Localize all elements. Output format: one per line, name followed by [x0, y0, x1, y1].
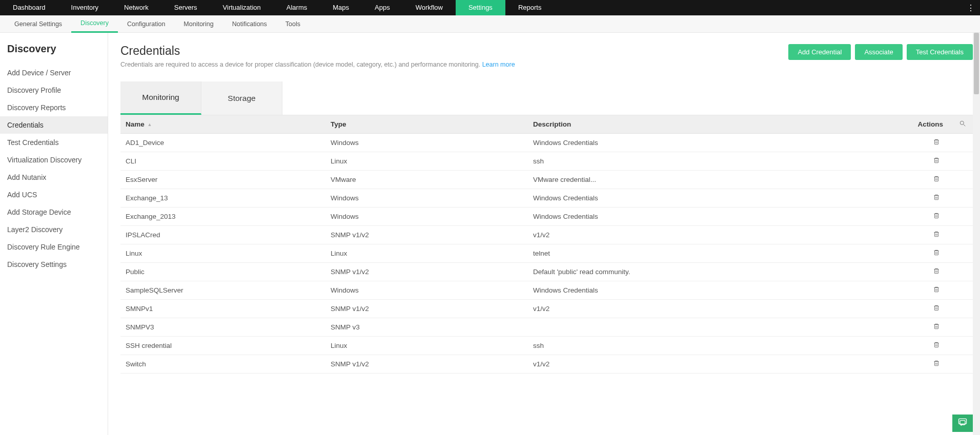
- more-menu-icon[interactable]: ⋮: [962, 3, 980, 13]
- delete-icon[interactable]: [933, 176, 940, 184]
- delete-icon[interactable]: [933, 268, 940, 276]
- body: Discovery Add Device / ServerDiscovery P…: [0, 33, 980, 435]
- nav-reports[interactable]: Reports: [505, 0, 555, 15]
- sidebar-item-test-credentials[interactable]: Test Credentials: [0, 134, 108, 151]
- delete-icon[interactable]: [933, 361, 940, 368]
- cell-type: SNMP v1/v2: [325, 263, 528, 281]
- svg-rect-26: [935, 288, 938, 292]
- delete-icon[interactable]: [933, 324, 940, 332]
- col-type[interactable]: Type: [325, 115, 528, 134]
- table-row[interactable]: SwitchSNMP v1/v2v1/v2: [120, 355, 973, 374]
- nav-alarms[interactable]: Alarms: [274, 0, 320, 15]
- table-row[interactable]: SMNPv1SNMP v1/v2v1/v2: [120, 300, 973, 318]
- cell-actions: [906, 152, 952, 171]
- subnav-configuration[interactable]: Configuration: [118, 15, 174, 33]
- subnav-monitoring[interactable]: Monitoring: [174, 15, 222, 33]
- delete-icon[interactable]: [933, 232, 940, 239]
- cell-type: Linux: [325, 337, 528, 355]
- svg-point-0: [960, 121, 964, 125]
- svg-rect-29: [935, 306, 938, 310]
- cell-type: Windows: [325, 189, 528, 208]
- cell-spacer: [952, 281, 973, 300]
- sidebar-item-discovery-rule-engine[interactable]: Discovery Rule Engine: [0, 238, 108, 256]
- col-actions: Actions: [906, 115, 952, 134]
- associate-button[interactable]: Associate: [855, 44, 902, 60]
- nav-virtualization[interactable]: Virtualization: [210, 0, 274, 15]
- sidebar-item-discovery-settings[interactable]: Discovery Settings: [0, 256, 108, 273]
- cell-spacer: [952, 300, 973, 318]
- cell-description: ssh: [528, 337, 906, 355]
- cell-name: CLI: [120, 152, 325, 171]
- table-row[interactable]: IPSLACredSNMP v1/v2v1/v2: [120, 226, 973, 244]
- page-title: Credentials: [120, 44, 788, 58]
- cell-name: SSH credential: [120, 337, 325, 355]
- nav-settings[interactable]: Settings: [456, 0, 505, 15]
- delete-icon[interactable]: [933, 158, 940, 165]
- cell-name: Exchange_2013: [120, 208, 325, 226]
- col-description[interactable]: Description: [528, 115, 906, 134]
- table-row[interactable]: Exchange_13WindowsWindows Credentials: [120, 189, 973, 208]
- cell-spacer: [952, 318, 973, 337]
- sidebar-item-virtualization-discovery[interactable]: Virtualization Discovery: [0, 151, 108, 169]
- nav-apps[interactable]: Apps: [362, 0, 403, 15]
- table-row[interactable]: Exchange_2013WindowsWindows Credentials: [120, 208, 973, 226]
- delete-icon[interactable]: [933, 305, 940, 313]
- cell-description: v1/v2: [528, 226, 906, 244]
- cell-description: Windows Credentials: [528, 281, 906, 300]
- delete-icon[interactable]: [933, 250, 940, 258]
- tab-monitoring[interactable]: Monitoring: [120, 81, 201, 115]
- nav-maps[interactable]: Maps: [320, 0, 362, 15]
- delete-icon[interactable]: [933, 213, 940, 221]
- table-row[interactable]: PublicSNMP v1/v2Default 'public' read co…: [120, 263, 973, 281]
- delete-icon[interactable]: [933, 139, 940, 147]
- table-row[interactable]: AD1_DeviceWindowsWindows Credentials: [120, 134, 973, 152]
- sidebar-item-add-device-server[interactable]: Add Device / Server: [0, 64, 108, 81]
- test-credentials-button[interactable]: Test Credentials: [907, 44, 973, 60]
- svg-rect-17: [935, 233, 938, 237]
- col-search[interactable]: [952, 115, 973, 134]
- table-row[interactable]: EsxServerVMwareVMware credential...: [120, 171, 973, 189]
- subnav-notifications[interactable]: Notifications: [223, 15, 276, 33]
- tab-storage[interactable]: Storage: [201, 81, 282, 115]
- sidebar-item-add-storage-device[interactable]: Add Storage Device: [0, 203, 108, 221]
- table-row[interactable]: LinuxLinuxtelnet: [120, 244, 973, 263]
- cell-type: Linux: [325, 244, 528, 263]
- delete-icon[interactable]: [933, 195, 940, 202]
- cell-actions: [906, 226, 952, 244]
- table-row[interactable]: SampleSQLServerWindowsWindows Credential…: [120, 281, 973, 300]
- sidebar-item-discovery-profile[interactable]: Discovery Profile: [0, 81, 108, 99]
- scrollbar-thumb[interactable]: [974, 33, 979, 94]
- cell-actions: [906, 244, 952, 263]
- nav-servers[interactable]: Servers: [161, 0, 210, 15]
- nav-dashboard[interactable]: Dashboard: [0, 0, 58, 15]
- cell-actions: [906, 355, 952, 374]
- add-credential-button[interactable]: Add Credential: [788, 44, 851, 60]
- delete-icon[interactable]: [933, 342, 940, 350]
- learn-more-link[interactable]: Learn more: [482, 61, 515, 68]
- cell-type: VMware: [325, 171, 528, 189]
- cell-description: telnet: [528, 244, 906, 263]
- sidebar-item-discovery-reports[interactable]: Discovery Reports: [0, 99, 108, 116]
- subnav-general-settings[interactable]: General Settings: [5, 15, 71, 33]
- svg-rect-35: [935, 343, 938, 347]
- sidebar-item-add-nutanix[interactable]: Add Nutanix: [0, 169, 108, 186]
- subnav-tools[interactable]: Tools: [276, 15, 310, 33]
- sidebar-item-layer2-discovery[interactable]: Layer2 Discovery: [0, 221, 108, 238]
- content-tabs: MonitoringStorage: [120, 81, 973, 115]
- nav-network[interactable]: Network: [111, 0, 161, 15]
- table-row[interactable]: CLILinuxssh: [120, 152, 973, 171]
- cell-spacer: [952, 189, 973, 208]
- table-row[interactable]: SNMPV3SNMP v3: [120, 318, 973, 337]
- nav-inventory[interactable]: Inventory: [58, 0, 111, 15]
- sidebar-item-add-ucs[interactable]: Add UCS: [0, 186, 108, 203]
- col-name[interactable]: Name ▲: [120, 115, 325, 134]
- search-icon[interactable]: [959, 121, 966, 129]
- subnav-discovery[interactable]: Discovery: [71, 15, 118, 33]
- delete-icon[interactable]: [933, 287, 940, 295]
- cell-spacer: [952, 134, 973, 152]
- chat-fab[interactable]: [952, 415, 973, 432]
- nav-workflow[interactable]: Workflow: [403, 0, 456, 15]
- table-row[interactable]: SSH credentialLinuxssh: [120, 337, 973, 355]
- scrollbar[interactable]: [973, 33, 980, 435]
- sidebar-item-credentials[interactable]: Credentials: [0, 116, 108, 134]
